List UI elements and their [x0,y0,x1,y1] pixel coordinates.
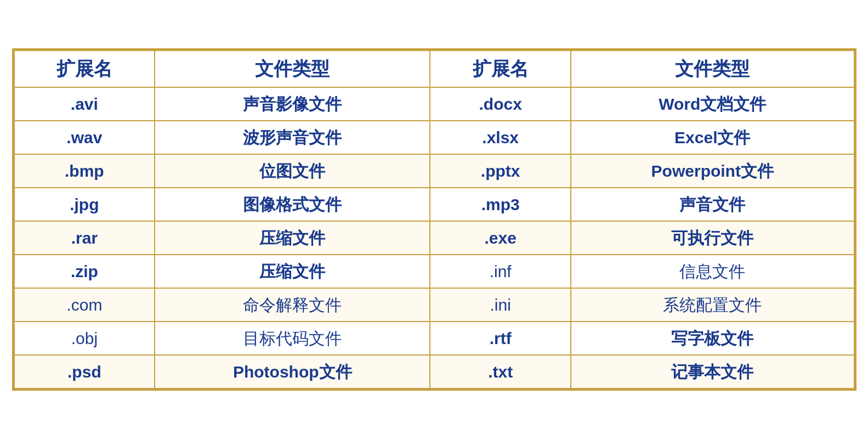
header-ext-2: 扩展名 [430,50,571,87]
table-header-row: 扩展名 文件类型 扩展名 文件类型 [14,50,854,87]
type-col4: 记事本文件 [571,355,854,389]
header-type-1: 文件类型 [155,50,430,87]
type-col4: Powerpoint文件 [571,154,854,188]
ext-col1: .obj [14,322,155,355]
type-col4: 声音文件 [571,188,854,221]
ext-col3: .exe [430,221,571,255]
type-col2: 压缩文件 [155,255,430,288]
ext-col3: .rtf [430,322,571,355]
ext-col3: .xlsx [430,121,571,154]
ext-col1: .wav [14,121,155,154]
type-col2: 波形声音文件 [155,121,430,154]
table-row: .obj目标代码文件.rtf写字板文件 [14,322,854,355]
type-col2: Photoshop文件 [155,355,430,389]
type-col4: 信息文件 [571,255,854,288]
ext-col3: .docx [430,87,571,121]
type-col2: 图像格式文件 [155,188,430,221]
table-row: .psdPhotoshop文件.txt记事本文件 [14,355,854,389]
type-col2: 声音影像文件 [155,87,430,121]
table-row: .jpg图像格式文件.mp3声音文件 [14,188,854,221]
ext-col3: .mp3 [430,188,571,221]
type-col2: 位图文件 [155,154,430,188]
ext-col1: .jpg [14,188,155,221]
type-col2: 目标代码文件 [155,322,430,355]
table-row: .bmp位图文件.pptxPowerpoint文件 [14,154,854,188]
type-col2: 命令解释文件 [155,288,430,322]
table-row: .com命令解释文件.ini系统配置文件 [14,288,854,322]
type-col2: 压缩文件 [155,221,430,255]
ext-col3: .ini [430,288,571,322]
ext-col1: .avi [14,87,155,121]
ext-col1: .rar [14,221,155,255]
type-col4: Excel文件 [571,121,854,154]
table-row: .wav波形声音文件.xlsxExcel文件 [14,121,854,154]
header-type-2: 文件类型 [571,50,854,87]
ext-col1: .zip [14,255,155,288]
table-row: .rar压缩文件.exe可执行文件 [14,221,854,255]
header-ext-1: 扩展名 [14,50,155,87]
ext-col1: .bmp [14,154,155,188]
file-types-table: 扩展名 文件类型 扩展名 文件类型 .avi声音影像文件.docxWord文档文… [12,48,856,390]
type-col4: Word文档文件 [571,87,854,121]
ext-col1: .com [14,288,155,322]
ext-col1: .psd [14,355,155,389]
ext-col3: .pptx [430,154,571,188]
type-col4: 系统配置文件 [571,288,854,322]
type-col4: 可执行文件 [571,221,854,255]
table-row: .avi声音影像文件.docxWord文档文件 [14,87,854,121]
ext-col3: .txt [430,355,571,389]
ext-col3: .inf [430,255,571,288]
type-col4: 写字板文件 [571,322,854,355]
table-row: .zip压缩文件.inf信息文件 [14,255,854,288]
